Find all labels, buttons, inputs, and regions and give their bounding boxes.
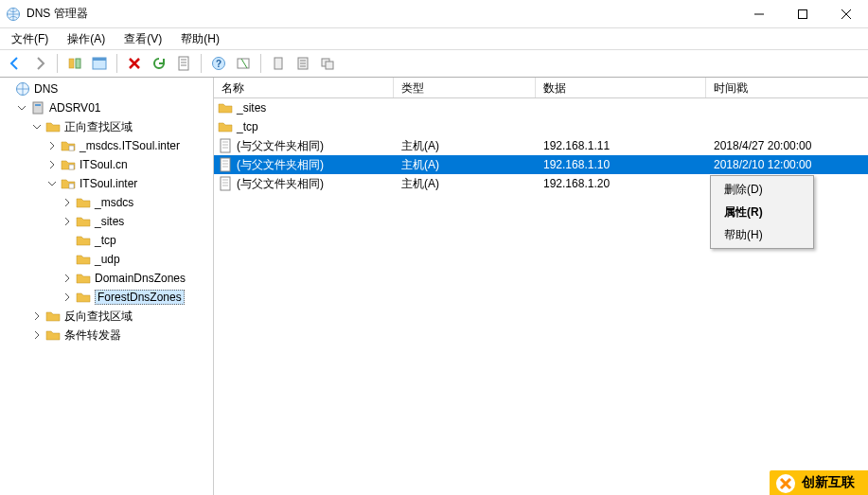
folder-icon (76, 233, 91, 248)
tool-button-3[interactable] (292, 52, 314, 75)
minimize-button[interactable] (737, 0, 781, 28)
main-area: DNS ADSRV01 (0, 78, 868, 495)
tool-button-4[interactable] (316, 52, 339, 75)
folder-icon (218, 119, 233, 134)
list-body[interactable]: _sites_tcp(与父文件夹相同)主机(A)192.168.1.112018… (214, 98, 868, 495)
watermark-icon (775, 473, 796, 494)
back-button[interactable] (4, 52, 27, 75)
folder-icon (45, 119, 61, 134)
list-pane: 名称 类型 数据 时间戳 _sites_tcp(与父文件夹相同)主机(A)192… (214, 78, 868, 495)
list-row[interactable]: _tcp (214, 117, 868, 136)
tree-subfolder[interactable]: _msdcs (0, 193, 213, 212)
tree-label: 条件转发器 (64, 327, 121, 344)
window-title: DNS 管理器 (27, 6, 737, 22)
column-type[interactable]: 类型 (394, 78, 536, 97)
cell-timestamp: 2018/4/27 20:00:00 (706, 139, 868, 152)
cell-type: 主机(A) (394, 176, 536, 192)
menu-action[interactable]: 操作(A) (60, 29, 113, 49)
properties-button[interactable] (172, 52, 195, 75)
tree-subfolder[interactable]: _sites (0, 212, 213, 231)
context-properties[interactable]: 属性(R) (713, 201, 811, 223)
expander-open-icon[interactable] (45, 177, 59, 190)
context-delete[interactable]: 删除(D) (713, 178, 811, 201)
list-row[interactable]: (与父文件夹相同)主机(A)192.168.1.112018/4/27 20:0… (214, 136, 868, 155)
tree-label: _udp (95, 253, 120, 266)
toolbar-separator (116, 54, 117, 73)
column-data[interactable]: 数据 (536, 78, 706, 97)
help-button[interactable]: ? (207, 52, 230, 75)
expander-open-icon[interactable] (30, 120, 44, 133)
svg-rect-16 (35, 104, 41, 106)
tree-label: _sites (95, 215, 124, 228)
svg-rect-5 (93, 58, 106, 61)
column-name[interactable]: 名称 (214, 78, 394, 97)
tree-label: 反向查找区域 (64, 309, 133, 325)
expander-closed-icon[interactable] (61, 196, 74, 209)
folder-icon (76, 271, 91, 286)
tree-reverse-zone[interactable]: 反向查找区域 (0, 307, 213, 326)
tree-root-dns[interactable]: DNS (0, 80, 213, 98)
expander-closed-icon[interactable] (61, 291, 74, 304)
list-header: 名称 类型 数据 时间戳 (214, 78, 868, 98)
menu-view[interactable]: 查看(V) (116, 29, 169, 49)
tree-subfolder[interactable]: _udp (0, 250, 213, 269)
close-button[interactable] (824, 0, 868, 28)
forward-button[interactable] (28, 52, 51, 75)
context-help[interactable]: 帮助(H) (713, 223, 811, 246)
tree-server[interactable]: ADSRV01 (0, 98, 213, 117)
tree-label: DomainDnsZones (95, 272, 186, 285)
expander-closed-icon[interactable] (30, 309, 44, 323)
cell-timestamp: 2018/2/10 12:00:00 (706, 158, 868, 171)
tree-pane[interactable]: DNS ADSRV01 (0, 78, 214, 495)
toolbar-separator (201, 54, 202, 73)
show-hide-button[interactable] (63, 52, 86, 75)
folder-icon (61, 157, 76, 172)
cell-data: 192.168.1.11 (536, 139, 706, 152)
folder-icon (76, 214, 91, 229)
svg-rect-20 (221, 139, 230, 152)
column-timestamp[interactable]: 时间戳 (706, 78, 868, 97)
cell-type: 主机(A) (394, 138, 536, 154)
tree-label: _msdcs.ITSoul.inter (80, 139, 180, 152)
tree-subfolder-selected[interactable]: ForestDnsZones (0, 288, 213, 307)
tree-conditional-forwarders[interactable]: 条件转发器 (0, 326, 213, 345)
menu-file[interactable]: 文件(F) (4, 29, 56, 49)
tree-zone-item[interactable]: _msdcs.ITSoul.inter (0, 136, 213, 155)
tree-label: ForestDnsZones (95, 290, 185, 305)
file-icon (218, 138, 233, 153)
watermark: 创新互联 (770, 470, 868, 495)
list-row[interactable]: _sites (214, 98, 868, 117)
refresh-button[interactable] (148, 52, 170, 75)
folder-icon (45, 309, 61, 324)
svg-rect-2 (69, 59, 74, 68)
tool-button-2[interactable] (267, 52, 290, 75)
expander-closed-icon[interactable] (30, 328, 44, 342)
list-row[interactable]: (与父文件夹相同)主机(A)192.168.1.102018/2/10 12:0… (214, 155, 868, 174)
tool-button-1[interactable] (232, 52, 255, 75)
console-tree-button[interactable] (88, 52, 111, 75)
file-icon (218, 176, 233, 191)
maximize-button[interactable] (781, 0, 824, 28)
cell-data: 192.168.1.10 (536, 158, 706, 171)
delete-button[interactable] (123, 52, 146, 75)
expander-closed-icon[interactable] (61, 272, 74, 285)
svg-rect-9 (238, 59, 249, 68)
watermark-text: 创新互联 (802, 474, 855, 491)
svg-rect-10 (275, 58, 282, 69)
titlebar: DNS 管理器 (0, 0, 868, 28)
context-menu: 删除(D) 属性(R) 帮助(H) (710, 175, 814, 249)
tree-subfolder[interactable]: _tcp (0, 231, 213, 250)
folder-icon (61, 138, 76, 153)
folder-icon (61, 176, 76, 191)
expander-open-icon[interactable] (15, 101, 28, 115)
tree-label: _tcp (95, 234, 116, 247)
expander-closed-icon[interactable] (45, 139, 59, 152)
expander-closed-icon[interactable] (45, 158, 59, 171)
tree-zone-item[interactable]: ITSoul.cn (0, 155, 213, 174)
menu-help[interactable]: 帮助(H) (173, 29, 227, 49)
tree-subfolder[interactable]: DomainDnsZones (0, 269, 213, 288)
expander-closed-icon[interactable] (61, 215, 74, 228)
tree-zone-item[interactable]: ITSoul.inter (0, 174, 213, 193)
tree-forward-zone[interactable]: 正向查找区域 (0, 117, 213, 136)
svg-rect-21 (221, 158, 230, 171)
